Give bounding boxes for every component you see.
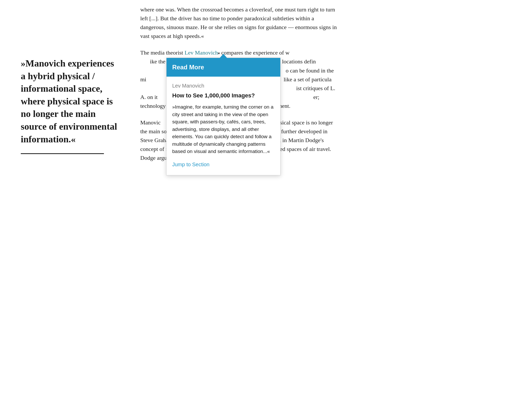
right-column: where one was. When the crossroad become… — [135, 0, 532, 399]
left-column: »Manovich experiences a hybrid physical … — [0, 0, 135, 399]
paragraph-2-suffix: compares the experience of w — [220, 49, 289, 56]
pull-quote: »Manovich experiences a hybrid physical … — [21, 57, 119, 145]
tooltip-popup: Read More Lev Manovich How to See 1,000,… — [166, 58, 281, 175]
paragraph-4-start: Manovic — [140, 119, 161, 126]
tooltip-arrow — [220, 54, 227, 58]
paragraph-2-like: like a set of particula — [284, 76, 331, 83]
lev-manovich-link[interactable]: Lev Manovich — [184, 49, 218, 56]
pull-quote-divider — [21, 153, 104, 154]
text-block-1: where one was. When the crossroad become… — [140, 5, 338, 41]
paragraph-1: where one was. When the crossroad become… — [140, 5, 338, 41]
page-container: »Manovich experiences a hybrid physical … — [0, 0, 532, 399]
tooltip-author: Lev Manovich — [172, 82, 275, 90]
jump-to-section-link[interactable]: Jump to Section — [172, 161, 275, 171]
tooltip-excerpt: »Imagine, for example, turning the corne… — [172, 103, 275, 155]
paragraph-2-prefix: The media theorist — [140, 49, 184, 56]
tooltip-title: How to See 1,000,000 Images? — [172, 91, 275, 100]
tooltip-body: Lev Manovich How to See 1,000,000 Images… — [167, 77, 280, 175]
tooltip-header: Read More — [167, 58, 280, 77]
